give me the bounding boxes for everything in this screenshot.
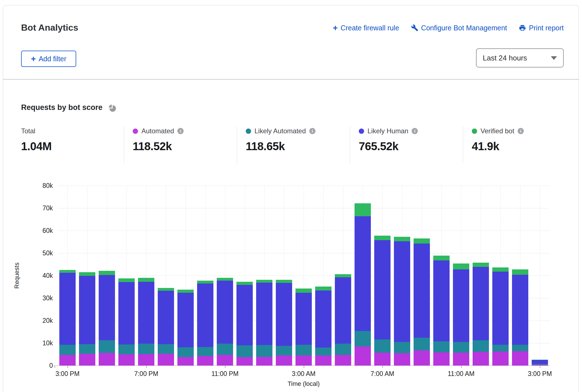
wrench-icon: [411, 24, 418, 31]
bar-segment-automated: [512, 351, 528, 366]
bar-segment-likely-automated: [236, 345, 253, 357]
stacked-bar-1100am[interactable]: [453, 263, 469, 366]
stacked-bar-700am[interactable]: [374, 236, 391, 366]
stacked-bar-300pm[interactable]: [59, 270, 76, 366]
create-firewall-rule-label: Create firewall rule: [340, 24, 399, 32]
info-icon[interactable]: i: [309, 128, 315, 134]
bar-segment-verified-bot: [453, 263, 469, 270]
stacked-bar-200pm[interactable]: [512, 269, 528, 366]
bar-segment-likely-human: [394, 241, 410, 342]
stacked-bar-1200am[interactable]: [236, 282, 253, 366]
bar-segment-likely-human: [138, 282, 154, 344]
bar-segment-likely-automated: [217, 344, 233, 355]
stat-verified-bot-value: 41.9k: [472, 140, 524, 153]
stacked-bar-200am[interactable]: [276, 280, 292, 366]
bar-segment-likely-human: [512, 275, 528, 345]
bar-segment-verified-bot: [197, 281, 213, 283]
bar-segment-automated: [236, 357, 253, 366]
stat-divider: [350, 127, 350, 163]
add-filter-label: Add filter: [39, 55, 66, 63]
time-range-dropdown[interactable]: Last 24 hours: [476, 48, 564, 67]
create-firewall-rule-link[interactable]: + Create firewall rule: [333, 24, 399, 32]
x-tick-mark: [146, 366, 147, 368]
stat-likely-human[interactable]: Likely Human i 765.52k: [359, 127, 418, 153]
stacked-bar-500pm[interactable]: [99, 271, 115, 366]
stat-likely-automated-label: Likely Automated: [254, 127, 306, 135]
bar-segment-verified-bot: [79, 272, 95, 276]
stat-divider: [124, 127, 124, 163]
stacked-bar-400am[interactable]: [315, 287, 331, 366]
bar-segment-likely-human: [217, 281, 233, 344]
bar-segment-likely-human: [355, 216, 371, 331]
bar-segment-verified-bot: [276, 280, 292, 283]
stat-verified-bot[interactable]: Verified bot i 41.9k: [472, 127, 524, 153]
bar-segment-likely-automated: [374, 339, 391, 352]
bar-segment-verified-bot: [414, 238, 430, 244]
print-report-link[interactable]: Print report: [519, 24, 564, 32]
stacked-bar-600pm[interactable]: [118, 278, 135, 366]
bar-segment-likely-human: [197, 283, 213, 347]
bar-segment-verified-bot: [433, 256, 450, 261]
bar-segment-likely-human: [532, 360, 548, 364]
bar-segment-likely-human: [295, 293, 312, 345]
stacked-bar-400pm[interactable]: [79, 272, 95, 366]
info-icon[interactable]: i: [518, 128, 524, 134]
plus-icon: +: [31, 55, 36, 63]
bar-segment-automated: [473, 352, 489, 366]
stacked-bar-500am[interactable]: [335, 274, 351, 366]
bar-segment-likely-automated: [492, 345, 509, 352]
stacked-bar-300pm[interactable]: [532, 360, 548, 366]
bar-segment-likely-human: [433, 260, 450, 341]
page-title: Bot Analytics: [21, 22, 78, 33]
x-tick-mark: [461, 366, 462, 368]
bar-segment-verified-bot: [374, 236, 391, 240]
bar-segment-verified-bot: [138, 278, 154, 282]
bar-segment-verified-bot: [315, 287, 331, 290]
print-report-label: Print report: [529, 24, 564, 32]
stacked-bar-800am[interactable]: [394, 237, 410, 366]
info-icon[interactable]: i: [412, 128, 418, 134]
stacked-bar-900pm[interactable]: [177, 290, 194, 366]
bar-segment-automated: [118, 354, 135, 366]
bar-segment-likely-automated: [394, 342, 410, 353]
stacked-bar-1000pm[interactable]: [197, 281, 213, 366]
y-axis-title: Requests: [13, 263, 21, 289]
bar-segment-likely-automated: [315, 348, 331, 355]
stacked-bar-1100pm[interactable]: [217, 278, 233, 366]
printer-icon: [519, 24, 526, 31]
section-title-row: Requests by bot score: [21, 102, 117, 112]
x-tick-mark: [304, 366, 304, 368]
plus-icon: +: [333, 24, 338, 32]
stacked-bar-600am[interactable]: [355, 203, 371, 366]
x-tick-label: 11:00 AM: [439, 370, 484, 378]
stacked-bar-1200pm[interactable]: [473, 263, 489, 366]
stat-automated[interactable]: Automated i 118.52k: [133, 127, 184, 153]
stacked-bar-300am[interactable]: [295, 289, 312, 366]
x-axis-title: Time (local): [261, 380, 346, 388]
stacked-bar-800pm[interactable]: [158, 288, 174, 366]
stacked-bar-900am[interactable]: [414, 238, 430, 366]
bar-segment-automated: [256, 357, 272, 366]
stat-likely-automated[interactable]: Likely Automated i 118.65k: [246, 127, 315, 153]
configure-bot-management-link[interactable]: Configure Bot Management: [411, 24, 507, 32]
info-icon[interactable]: i: [177, 128, 184, 134]
bar-segment-likely-automated: [473, 340, 489, 352]
add-filter-button[interactable]: + Add filter: [21, 51, 76, 67]
bar-segment-automated: [414, 350, 430, 366]
x-tick-label: 11:00 PM: [202, 370, 247, 378]
bar-segment-likely-automated: [118, 344, 135, 354]
bar-segment-likely-automated: [355, 331, 371, 346]
y-tick-label: 60k: [25, 227, 53, 235]
bar-segment-verified-bot: [492, 267, 509, 272]
stacked-bar-100am[interactable]: [256, 280, 272, 366]
x-tick-label: 7:00 AM: [360, 370, 405, 378]
time-range-value: Last 24 hours: [483, 54, 527, 62]
bar-segment-verified-bot: [177, 290, 194, 292]
stacked-bar-700pm[interactable]: [138, 278, 154, 366]
stacked-bar-100pm[interactable]: [492, 267, 509, 366]
bar-segment-likely-automated: [197, 347, 213, 356]
bar-segment-verified-bot: [512, 269, 528, 274]
bar-segment-automated: [532, 365, 548, 366]
bar-segment-verified-bot: [236, 282, 253, 285]
stacked-bar-1000am[interactable]: [433, 256, 450, 366]
